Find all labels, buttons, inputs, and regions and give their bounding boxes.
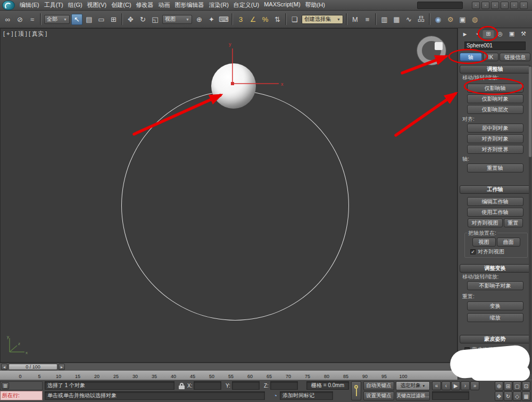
render-production-icon[interactable]: ◍ (469, 14, 480, 25)
tab-utilities[interactable]: ⚒ (518, 29, 529, 38)
menu-item[interactable]: 视图(V) (87, 1, 107, 9)
add-time-tag-field[interactable]: 添加时间标记 (280, 391, 333, 400)
graphite-ribbon-icon[interactable]: ▦ (391, 14, 402, 25)
time-ruler[interactable]: 0510152025303540455055606570758085909510… (0, 370, 458, 380)
pivot-mode-button[interactable]: 轴 (460, 53, 482, 61)
z-coordinate-field[interactable] (270, 381, 298, 390)
maxscript-listener-cell[interactable]: ▥ (0, 381, 43, 390)
rollout-skin-pose-header[interactable]: 蒙皮姿势 (460, 335, 530, 343)
window-crossing-icon[interactable]: ⊞ (108, 14, 119, 25)
x-coordinate-field[interactable] (194, 381, 221, 390)
zoom-region-icon[interactable]: ⊡ (522, 381, 530, 391)
affect-hierarchy-only-button[interactable]: 仅影响层次 (467, 105, 523, 114)
curve-editor-icon[interactable]: ∿ (403, 14, 414, 25)
panel-scrollbar-thumb[interactable] (529, 67, 531, 157)
rectangular-selection-icon[interactable]: ▭ (96, 14, 107, 25)
named-selection-sets-dropdown[interactable]: 创建选择集▼ (302, 15, 343, 24)
select-and-link-icon[interactable]: ∞ (2, 14, 13, 25)
next-key-arrow[interactable]: ► (59, 364, 65, 370)
zoom-icon[interactable]: ⊕ (495, 381, 503, 391)
reset-scale-button[interactable]: 缩放 (467, 313, 523, 322)
align-icon[interactable]: ≡ (362, 14, 373, 25)
use-pivot-center-icon[interactable]: ⊕ (194, 14, 205, 25)
menu-item[interactable]: 工具(T) (44, 1, 63, 9)
affect-pivot-only-button[interactable]: 仅影响轴 (467, 84, 523, 93)
steering-wheel-control[interactable] (417, 36, 446, 65)
sphere-object[interactable] (211, 63, 256, 109)
go-to-end-button[interactable]: » (470, 381, 479, 390)
auto-key-button[interactable]: 自动关键点 (363, 381, 394, 390)
edit-named-selection-sets-icon[interactable]: ❏ (289, 14, 300, 25)
panel-scrollbar[interactable] (529, 65, 531, 374)
next-frame-button[interactable]: › (461, 381, 470, 390)
reset-pivot-button[interactable]: 重置轴 (467, 163, 523, 173)
tab-create[interactable]: ► (459, 29, 471, 38)
place-pivot-view-button[interactable]: 视图 (472, 237, 496, 247)
angle-snap-icon[interactable]: ∠ (247, 14, 259, 25)
tab-motion[interactable]: ◎ (494, 29, 506, 38)
object-name-field[interactable]: Sphere001 (464, 42, 526, 50)
quick-access-icon-3[interactable]: ▫ (491, 2, 499, 9)
tab-display[interactable]: ▣ (506, 29, 518, 38)
menu-item[interactable]: 帮助(H) (305, 1, 325, 9)
viewport-label[interactable]: [ + ] [ 顶 ] [ 真实 ] (3, 30, 47, 38)
key-filters-button[interactable]: 关键点过滤器... (396, 391, 430, 400)
menu-item[interactable]: 渲染(R) (209, 1, 229, 9)
select-object-icon[interactable]: ↖ (71, 14, 82, 25)
menu-item[interactable]: 自定义(U) (234, 1, 259, 9)
reset-transform-button[interactable]: 变换 (467, 301, 523, 310)
infocenter-search-field[interactable] (417, 2, 463, 9)
rollout-adjust-pivot-header[interactable]: 调整轴 (460, 65, 530, 73)
y-coordinate-field[interactable] (232, 381, 260, 390)
field-of-view-icon[interactable]: ◇ (513, 391, 521, 401)
quick-access-icon-6[interactable]: ▫ (520, 2, 528, 9)
menu-item[interactable]: 组(G) (68, 1, 82, 9)
maxscript-listener-icon[interactable]: ▥ (2, 382, 9, 389)
ik-mode-button[interactable]: IK (483, 53, 499, 61)
circle-shape[interactable] (121, 91, 349, 321)
zoom-extents-icon[interactable]: ▢ (513, 381, 521, 391)
quick-access-icon-4[interactable]: ▫ (501, 2, 509, 9)
select-and-move-icon[interactable]: ✥ (125, 14, 136, 25)
reference-coordinate-dropdown[interactable]: 视图▼ (162, 15, 192, 24)
select-and-scale-icon[interactable]: ◱ (149, 14, 161, 25)
menu-item[interactable]: 图形编辑器 (175, 1, 204, 9)
set-keys-button[interactable] (351, 381, 361, 400)
maximize-viewport-icon[interactable]: ▦ (522, 391, 530, 401)
play-button[interactable]: ▶ (451, 381, 460, 390)
unlink-selection-icon[interactable]: ⊘ (14, 14, 26, 25)
use-working-pivot-button[interactable]: 使用工作轴 (467, 208, 523, 217)
zoom-all-icon[interactable]: ⊞ (504, 381, 512, 391)
snap-toggle-3d-icon[interactable]: 3 (235, 14, 246, 25)
orbit-icon[interactable]: ↻ (504, 391, 512, 401)
previous-key-arrow[interactable]: ◄ (1, 364, 7, 370)
current-frame-field[interactable] (432, 391, 469, 400)
viewport-top[interactable]: [ + ] [ 顶 ] [ 真实 ] y x x y z (0, 28, 458, 363)
align-to-object-button[interactable]: 对齐到对象 (467, 134, 523, 143)
quick-access-icon-5[interactable]: ▫ (510, 2, 518, 9)
tab-hierarchy[interactable]: ⊞ (483, 29, 494, 38)
previous-frame-button[interactable]: ‹ (442, 381, 451, 390)
align-to-view-checkbox[interactable]: ✓ (470, 249, 476, 255)
quick-access-icon-1[interactable]: ▫ (472, 2, 480, 9)
align-to-view-button[interactable]: 对齐到视图 (468, 218, 503, 227)
reset-working-pivot-button[interactable]: 重置 (504, 218, 523, 227)
menu-item[interactable]: 动画 (159, 1, 170, 9)
menu-item[interactable]: 创建(C) (111, 1, 131, 9)
select-and-manipulate-icon[interactable]: ✦ (206, 14, 217, 25)
affect-object-only-button[interactable]: 仅影响对象 (467, 94, 523, 103)
set-key-button[interactable]: 设置关键点 (363, 391, 394, 400)
go-to-start-button[interactable]: « (432, 381, 441, 390)
menu-item[interactable]: MAXScript(M) (264, 1, 300, 9)
selection-lock-icon[interactable] (178, 383, 185, 390)
bind-to-space-warp-icon[interactable]: ≈ (27, 14, 38, 25)
select-by-name-icon[interactable]: ▤ (84, 14, 95, 25)
select-and-rotate-icon[interactable]: ↻ (137, 14, 148, 25)
pan-icon[interactable]: ✥ (495, 391, 503, 401)
tab-modify[interactable]: ◔ (471, 29, 483, 38)
rollout-adjust-transform-header[interactable]: 调整变换 (460, 264, 530, 273)
menu-item[interactable]: 修改器 (136, 1, 154, 9)
selected-object-dropdown[interactable]: 选定对象 ▼ (396, 381, 430, 390)
maxscript-mini-listener[interactable]: 所在行: (0, 391, 43, 400)
percent-snap-icon[interactable]: % (260, 14, 271, 25)
